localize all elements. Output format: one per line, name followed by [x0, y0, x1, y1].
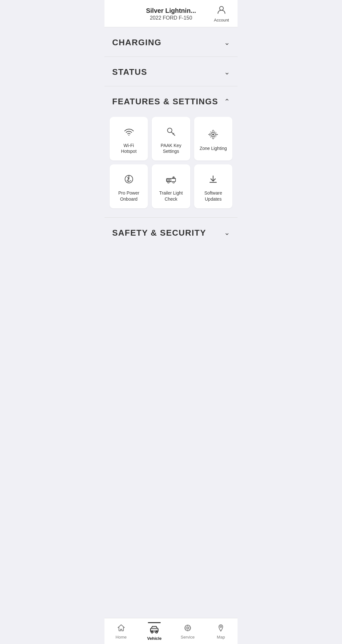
features-title: FEATURES & SETTINGS: [112, 97, 218, 107]
home-icon: [117, 624, 125, 633]
status-chevron: ⌄: [224, 68, 230, 76]
account-icon: [217, 5, 226, 16]
account-label: Account: [214, 18, 229, 22]
vehicle-name: Silver Lightnin...: [130, 7, 212, 14]
nav-vehicle[interactable]: Vehicle: [138, 618, 171, 644]
nav-vehicle-label: Vehicle: [147, 636, 162, 641]
features-chevron: ⌃: [224, 98, 230, 106]
map-icon: [217, 624, 225, 633]
paak-label: PAAK KeySettings: [161, 143, 181, 154]
charging-header[interactable]: CHARGING ⌄: [104, 27, 238, 57]
wifi-icon: [123, 126, 135, 137]
paak-icon: [165, 126, 177, 137]
feature-wifi[interactable]: Wi-FiHotspot: [110, 117, 148, 161]
nav-home[interactable]: Home: [104, 618, 138, 644]
svg-line-34: [185, 626, 186, 626]
features-header[interactable]: FEATURES & SETTINGS ⌃: [104, 86, 238, 116]
safety-chevron: ⌄: [224, 229, 230, 237]
nav-home-label: Home: [115, 635, 127, 640]
charging-title: CHARGING: [112, 38, 162, 48]
vehicle-year-model: 2022 FORD F-150: [130, 15, 212, 21]
software-updates-icon: [207, 173, 219, 185]
svg-line-36: [189, 626, 190, 626]
vehicle-info: Silver Lightnin... 2022 FORD F-150: [130, 7, 212, 21]
svg-point-1: [128, 135, 129, 136]
status-header[interactable]: STATUS ⌄: [104, 57, 238, 86]
safety-header[interactable]: SAFETY & SECURITY ⌄: [104, 218, 238, 247]
nav-map-label: Map: [217, 635, 225, 640]
bottom-nav: Home Vehicle: [104, 618, 238, 644]
status-title: STATUS: [112, 67, 147, 77]
svg-line-35: [189, 629, 190, 630]
section-charging: CHARGING ⌄: [104, 27, 238, 57]
section-safety: SAFETY & SECURITY ⌄: [104, 218, 238, 247]
trailer-light-icon: [165, 173, 177, 185]
safety-title: SAFETY & SECURITY: [112, 228, 206, 238]
svg-point-21: [173, 182, 174, 183]
nav-service[interactable]: Service: [171, 618, 204, 644]
nav-service-label: Service: [181, 635, 194, 640]
feature-paak[interactable]: PAAK KeySettings: [152, 117, 190, 161]
svg-point-0: [220, 6, 223, 10]
section-status: STATUS ⌄: [104, 57, 238, 86]
zone-lighting-icon: [207, 129, 219, 140]
software-updates-label: SoftwareUpdates: [204, 190, 222, 202]
svg-rect-15: [167, 179, 169, 181]
svg-rect-16: [169, 179, 171, 181]
service-icon: [183, 624, 192, 633]
trailer-light-label: Trailer LightCheck: [159, 190, 183, 202]
nav-active-bar: [148, 622, 161, 623]
wifi-label: Wi-FiHotspot: [121, 143, 137, 154]
account-button[interactable]: Account: [212, 5, 231, 22]
zone-lighting-label: Zone Lighting: [200, 145, 227, 151]
features-grid: Wi-FiHotspot PAAK KeySettings: [104, 116, 238, 217]
vehicle-icon: [150, 625, 159, 635]
svg-point-29: [187, 627, 189, 629]
feature-trailer-light[interactable]: Trailer LightCheck: [152, 164, 190, 208]
feature-zone-lighting[interactable]: Zone Lighting: [194, 117, 232, 161]
features-row-1: Wi-FiHotspot PAAK KeySettings: [110, 117, 232, 161]
charging-chevron: ⌄: [224, 39, 230, 47]
svg-point-20: [167, 182, 169, 183]
feature-software-updates[interactable]: SoftwareUpdates: [194, 164, 232, 208]
features-row-2: Pro PowerOnboard: [110, 164, 232, 208]
svg-point-38: [220, 626, 222, 627]
section-features: FEATURES & SETTINGS ⌃ Wi-FiHotspo: [104, 86, 238, 217]
pro-power-label: Pro PowerOnboard: [118, 190, 139, 202]
nav-map[interactable]: Map: [204, 618, 238, 644]
svg-point-11: [212, 134, 214, 135]
svg-line-37: [185, 629, 186, 630]
feature-pro-power[interactable]: Pro PowerOnboard: [110, 164, 148, 208]
pro-power-icon: [123, 173, 135, 185]
app-header: Silver Lightnin... 2022 FORD F-150 Accou…: [104, 0, 238, 27]
